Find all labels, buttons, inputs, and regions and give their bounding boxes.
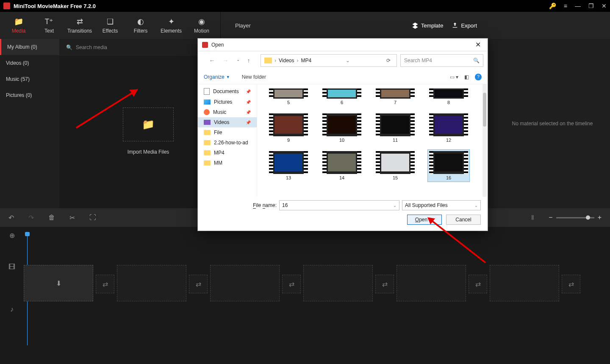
crop-button[interactable]: ⛶ (89, 214, 96, 221)
tool-motion[interactable]: ◉ Motion (186, 12, 217, 39)
file-thumb-5[interactable]: 5 (267, 87, 310, 107)
timeline-slot[interactable]: ⬇ (24, 265, 93, 301)
tool-text[interactable]: T⁺ Text (34, 12, 64, 39)
dialog-close-button[interactable]: ✕ (473, 41, 483, 49)
export-button[interactable]: Export (452, 22, 477, 29)
zoom-slider[interactable]: − + (549, 214, 602, 221)
audio-levels-icon[interactable]: ⦀ (531, 214, 534, 221)
timeline-slot[interactable] (396, 265, 466, 301)
nav-recent-button[interactable]: ⌄ (236, 57, 240, 64)
tree-item-file[interactable]: File (198, 127, 257, 138)
file-thumb-13[interactable]: 13 (267, 149, 310, 182)
maximize-icon[interactable]: ❐ (588, 3, 594, 9)
zoom-in-icon[interactable]: + (598, 214, 602, 221)
tree-item-videos[interactable]: Videos📌 (198, 117, 257, 127)
view-mode-button[interactable]: ▭ ▾ (450, 74, 458, 80)
file-thumb-9[interactable]: 9 (267, 112, 310, 144)
preview-pane-button[interactable]: ◧ (464, 74, 469, 80)
import-media-dropzone[interactable]: 📁 (123, 108, 174, 141)
undo-button[interactable]: ↶ (8, 214, 14, 222)
folder-icon (204, 140, 211, 145)
help-button[interactable]: ? (475, 74, 482, 80)
sidebar-item-pictures[interactable]: Pictures (0) (0, 87, 59, 103)
nav-back-button[interactable]: ← (209, 57, 215, 64)
tool-filters[interactable]: ◐ Filters (125, 12, 156, 39)
properties-panel: No material selected on the timeline (495, 39, 610, 208)
organize-menu[interactable]: Organize ▼ (204, 74, 230, 80)
app-title: MiniTool MovieMaker Free 7.2.0 (14, 3, 549, 9)
tree-item-pictures[interactable]: Pictures📌 (198, 97, 257, 107)
close-icon[interactable]: ✕ (602, 3, 607, 9)
nav-forward-button[interactable]: → (223, 57, 229, 64)
new-folder-button[interactable]: New folder (242, 74, 266, 80)
tool-effects[interactable]: ❏ Effects (95, 12, 125, 39)
folder-icon: 📁 (14, 17, 23, 26)
refresh-button[interactable]: ⟳ (386, 58, 391, 63)
layers-icon (412, 22, 419, 29)
pin-icon: 📌 (246, 110, 251, 115)
timeline-slot[interactable] (303, 265, 373, 301)
filename-input[interactable]: 16⌄ (279, 200, 399, 210)
tree-item-mp4[interactable]: MP4 (198, 148, 257, 158)
sidebar-item-music[interactable]: Music (57) (0, 71, 59, 87)
file-list: 5678 9101112 13141516 (257, 84, 488, 197)
tree-item-music[interactable]: Music📌 (198, 107, 257, 117)
app-logo (3, 3, 10, 9)
nav-up-button[interactable]: ↑ (247, 57, 250, 64)
search-icon: 🔍 (473, 58, 480, 63)
menu-icon[interactable]: ≡ (564, 3, 567, 9)
tool-transitions[interactable]: ⇄ Transitions (64, 12, 95, 39)
dialog-search[interactable]: Search MP4 🔍 (400, 54, 483, 67)
delete-button[interactable]: 🗑 (48, 214, 55, 221)
file-type-filter[interactable]: All Supported Files⌄ (402, 200, 481, 210)
cancel-button[interactable]: Cancel (446, 215, 481, 225)
file-thumb-8[interactable]: 8 (427, 87, 470, 107)
app-logo-icon (202, 42, 208, 48)
file-thumb-12[interactable]: 12 (427, 112, 470, 144)
transition-slot[interactable]: ⇄ (375, 275, 394, 293)
file-thumb-15[interactable]: 15 (374, 149, 416, 182)
redo-button[interactable]: ↷ (28, 214, 34, 222)
effects-icon: ❏ (107, 17, 114, 26)
file-thumb-7[interactable]: 7 (374, 87, 416, 107)
dialog-tree: Documents📌Pictures📌Music📌Videos📌File2.26… (198, 84, 257, 197)
timeline-slot[interactable] (210, 265, 280, 301)
zoom-out-icon[interactable]: − (549, 214, 552, 221)
path-breadcrumb[interactable]: › Videos › MP4 ⌄ ⟳ (261, 54, 397, 67)
file-thumb-16[interactable]: 16 (427, 149, 470, 182)
tree-item-2-26-how-to-ad[interactable]: 2.26-how-to-ad (198, 138, 257, 148)
pin-icon: 📌 (246, 100, 251, 105)
video-track[interactable]: ⬇ ⇄ ⇄ ⇄ ⇄ ⇄ ⇄ (24, 265, 607, 303)
file-thumb-14[interactable]: 14 (321, 149, 363, 182)
file-thumb-11[interactable]: 11 (374, 112, 416, 144)
scrollbar[interactable] (482, 84, 487, 197)
sidebar-item-videos[interactable]: Videos (0) (0, 55, 59, 71)
album-sidebar: My Album (0) Videos (0) Music (57) Pictu… (0, 39, 59, 208)
tool-media[interactable]: 📁 Media (3, 12, 34, 39)
timeline-slot[interactable] (490, 265, 559, 301)
dialog-title: Open (211, 42, 469, 48)
timeline[interactable]: ⊕ 🎞 ♪ ⬇ ⇄ ⇄ ⇄ ⇄ ⇄ ⇄ (0, 227, 610, 354)
minimize-icon[interactable]: — (575, 3, 581, 9)
tree-item-mm[interactable]: MM (198, 158, 257, 168)
template-button[interactable]: Template (412, 22, 444, 29)
transition-slot[interactable]: ⇄ (189, 275, 208, 293)
folder-icon (204, 130, 211, 135)
elements-icon: ✦ (168, 17, 175, 26)
file-thumb-10[interactable]: 10 (321, 112, 363, 144)
timeline-slot[interactable] (117, 265, 186, 301)
transition-slot[interactable]: ⇄ (282, 275, 301, 293)
key-icon[interactable]: 🔑 (549, 3, 556, 9)
tool-elements[interactable]: ✦ Elements (156, 12, 186, 39)
sidebar-item-myalbum[interactable]: My Album (0) (0, 39, 59, 55)
tree-item-documents[interactable]: Documents📌 (198, 86, 257, 97)
folder-icon: 📁 (142, 119, 155, 130)
transition-slot[interactable]: ⇄ (562, 275, 580, 293)
file-thumb-6[interactable]: 6 (321, 87, 363, 107)
add-track-button[interactable]: ⊕ (0, 227, 24, 244)
media-search[interactable]: 🔍 Search media (66, 44, 211, 50)
transition-slot[interactable]: ⇄ (469, 275, 487, 293)
dialog-titlebar: Open ✕ (198, 39, 488, 51)
cut-button[interactable]: ✂ (69, 214, 75, 222)
transition-slot[interactable]: ⇄ (96, 275, 114, 293)
